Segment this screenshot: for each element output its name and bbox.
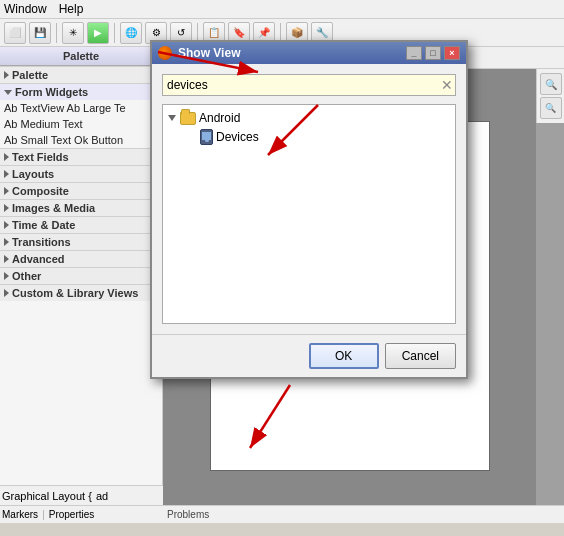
tree-node-android[interactable]: Android — [163, 109, 455, 127]
dialog-body: ✕ Android Devices — [152, 64, 466, 334]
expand-triangle-icon — [168, 115, 176, 121]
arrow-to-ok — [210, 380, 330, 460]
search-input[interactable] — [162, 74, 456, 96]
dialog-footer: OK Cancel — [152, 334, 466, 377]
cancel-button[interactable]: Cancel — [385, 343, 456, 369]
close-btn[interactable]: × — [444, 46, 460, 60]
ok-button[interactable]: OK — [309, 343, 379, 369]
eclipse-icon — [158, 46, 172, 60]
clear-search-icon[interactable]: ✕ — [441, 77, 453, 93]
device-icon — [200, 129, 213, 145]
titlebar-left: Show View — [158, 46, 240, 60]
modal-overlay: Show View _ □ × ✕ — [0, 0, 564, 536]
tree-node-devices[interactable]: Devices — [163, 127, 455, 147]
dialog-title: Show View — [178, 46, 240, 60]
tree-expand-devices — [187, 132, 197, 142]
devices-label: Devices — [216, 130, 259, 144]
folder-icon — [180, 112, 196, 125]
android-label: Android — [199, 111, 240, 125]
tree-view[interactable]: Android Devices — [162, 104, 456, 324]
dialog-titlebar: Show View _ □ × — [152, 42, 466, 64]
search-container: ✕ — [162, 74, 456, 96]
minimize-btn[interactable]: _ — [406, 46, 422, 60]
titlebar-controls: _ □ × — [406, 46, 460, 60]
show-view-dialog: Show View _ □ × ✕ — [150, 40, 468, 379]
tree-expand-android[interactable] — [167, 113, 177, 123]
restore-btn[interactable]: □ — [425, 46, 441, 60]
